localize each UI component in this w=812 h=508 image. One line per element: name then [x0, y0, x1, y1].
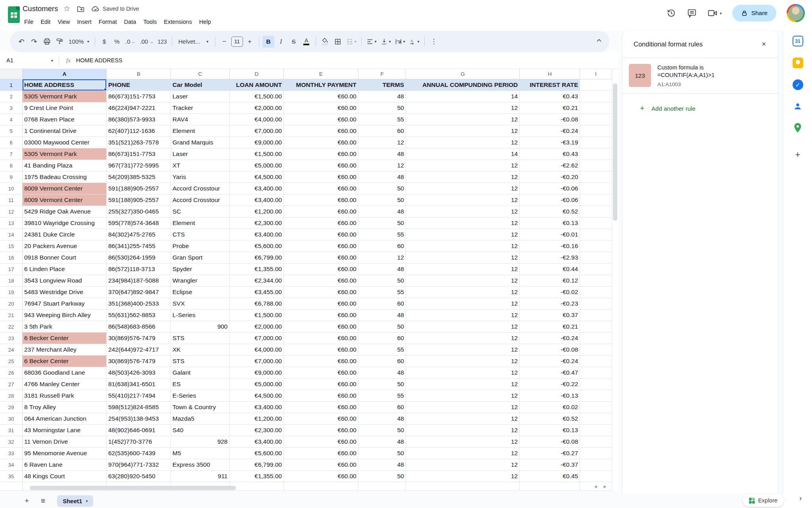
cell-I14[interactable]: [580, 229, 612, 241]
cell-C28[interactable]: E-Series: [171, 390, 230, 402]
cell-F6[interactable]: 12: [358, 137, 406, 148]
row-header-7[interactable]: 7: [0, 148, 23, 160]
cell-D24[interactable]: €4,000.00: [230, 344, 284, 356]
cell-B31[interactable]: 48(902)646-0691: [107, 425, 171, 436]
cell-B24[interactable]: 242(644)972-4717: [107, 344, 171, 356]
cell-E20[interactable]: €60.00: [284, 298, 358, 310]
column-header-A[interactable]: A: [23, 69, 107, 79]
cell-I24[interactable]: [580, 344, 612, 356]
cell-D26[interactable]: €9,000.00: [230, 367, 284, 379]
calendar-icon[interactable]: 31: [793, 36, 803, 46]
cell-F32[interactable]: 48: [358, 436, 406, 448]
avatar[interactable]: [787, 4, 805, 22]
join-call-control[interactable]: ▾: [707, 8, 722, 18]
merge-cells-button[interactable]: ▾: [345, 36, 358, 48]
cell-I8[interactable]: [580, 160, 612, 171]
cell-F15[interactable]: 60: [358, 241, 406, 252]
column-header-I[interactable]: I: [580, 69, 612, 79]
cell-B27[interactable]: 81(638)341-6501: [107, 379, 171, 390]
cell-I18[interactable]: [580, 275, 612, 287]
star-icon[interactable]: ☆: [63, 4, 70, 13]
cell-B26[interactable]: 48(503)426-3093: [107, 367, 171, 379]
cell-C18[interactable]: Wrangler: [171, 275, 230, 287]
cell-G21[interactable]: 12: [406, 310, 520, 321]
cell-B9[interactable]: 54(209)385-5325: [107, 171, 171, 183]
cell-I26[interactable]: [580, 367, 612, 379]
cell-H10[interactable]: -€0.06: [520, 183, 580, 194]
redo-icon[interactable]: ↷: [28, 36, 40, 48]
cell-G34[interactable]: 12: [406, 459, 520, 471]
cell-I15[interactable]: [580, 241, 612, 252]
cell-G29[interactable]: 12: [406, 402, 520, 413]
cell-E7[interactable]: €60.00: [284, 148, 358, 160]
cell-E19[interactable]: €60.00: [284, 287, 358, 298]
cell-B3[interactable]: 46(224)947-2221: [107, 102, 171, 114]
collapse-toolbar-icon[interactable]: [595, 37, 603, 44]
keep-icon[interactable]: [793, 58, 803, 68]
maps-icon[interactable]: [793, 123, 802, 133]
all-sheets-icon[interactable]: ≡: [41, 496, 45, 505]
cell-B14[interactable]: 84(302)475-2765: [107, 229, 171, 241]
cell-D31[interactable]: €2,300.00: [230, 425, 284, 436]
row-header-31[interactable]: 31: [0, 425, 23, 436]
cell-H28[interactable]: -€0.13: [520, 390, 580, 402]
row-header-25[interactable]: 25: [0, 356, 23, 367]
cell-C26[interactable]: Galant: [171, 367, 230, 379]
cell-A20[interactable]: 76947 Stuart Parkway: [23, 298, 107, 310]
cell-F24[interactable]: 55: [358, 344, 406, 356]
cell-H6[interactable]: -€3.19: [520, 137, 580, 148]
row-header-12[interactable]: 12: [0, 206, 23, 217]
cell-F7[interactable]: 48: [358, 148, 406, 160]
cell-F2[interactable]: 48: [358, 91, 406, 102]
cell-D20[interactable]: €6,788.00: [230, 298, 284, 310]
cell-H35[interactable]: €0.45: [520, 471, 580, 482]
cell-B19[interactable]: 370(647)892-9847: [107, 287, 171, 298]
cell-D18[interactable]: €2,344.00: [230, 275, 284, 287]
cell-E24[interactable]: €60.00: [284, 344, 358, 356]
cell-C24[interactable]: XK: [171, 344, 230, 356]
cell-E29[interactable]: €60.00: [284, 402, 358, 413]
cell-F16[interactable]: 12: [358, 252, 406, 264]
cell-C30[interactable]: Mazda5: [171, 413, 230, 425]
cell-E3[interactable]: €60.00: [284, 102, 358, 114]
cell-D15[interactable]: €5,600.00: [230, 241, 284, 252]
cell-C4[interactable]: RAV4: [171, 114, 230, 125]
cell-D6[interactable]: €9,000.00: [230, 137, 284, 148]
cell-H[interactable]: [520, 482, 580, 491]
select-all-corner[interactable]: [0, 69, 23, 79]
cell-B30[interactable]: 254(953)138-9453: [107, 413, 171, 425]
cell-E10[interactable]: €60.00: [284, 183, 358, 194]
cell-B29[interactable]: 598(512)824-8585: [107, 402, 171, 413]
cell-H30[interactable]: €0.52: [520, 413, 580, 425]
menu-extensions[interactable]: Extensions: [160, 17, 195, 26]
cell-B16[interactable]: 86(530)264-1959: [107, 252, 171, 264]
cell-G25[interactable]: 12: [406, 356, 520, 367]
column-header-C[interactable]: C: [171, 69, 230, 79]
cell-D17[interactable]: €1,355.00: [230, 264, 284, 275]
cell-B34[interactable]: 970(964)771-7332: [107, 459, 171, 471]
cell-B25[interactable]: 30(869)576-7479: [107, 356, 171, 367]
row-header-18[interactable]: 18: [0, 275, 23, 287]
cell-B11[interactable]: 591(188)905-2557: [107, 194, 171, 206]
close-icon[interactable]: ×: [758, 38, 769, 50]
cell-E12[interactable]: €60.00: [284, 206, 358, 217]
cell-C5[interactable]: Element: [171, 125, 230, 137]
cell-E25[interactable]: €60.00: [284, 356, 358, 367]
cell-C17[interactable]: Spyder: [171, 264, 230, 275]
cell-I32[interactable]: [580, 436, 612, 448]
cell-D29[interactable]: €3,400.00: [230, 402, 284, 413]
decrease-font-size-button[interactable]: −: [218, 36, 230, 48]
italic-button[interactable]: I: [275, 36, 287, 48]
cell-A27[interactable]: 4766 Manley Center: [23, 379, 107, 390]
cell-I19[interactable]: [580, 287, 612, 298]
cell-A24[interactable]: 237 Merchant Alley: [23, 344, 107, 356]
cell-F29[interactable]: 60: [358, 402, 406, 413]
vertical-align-button[interactable]: ▾: [379, 36, 393, 48]
cell-H5[interactable]: -€0.24: [520, 125, 580, 137]
cell-A19[interactable]: 5483 Westridge Drive: [23, 287, 107, 298]
cell-G[interactable]: [406, 482, 520, 491]
column-header-D[interactable]: D: [230, 69, 284, 79]
cell-G27[interactable]: 12: [406, 379, 520, 390]
cell-B10[interactable]: 591(188)905-2557: [107, 183, 171, 194]
cell-G8[interactable]: 12: [406, 160, 520, 171]
